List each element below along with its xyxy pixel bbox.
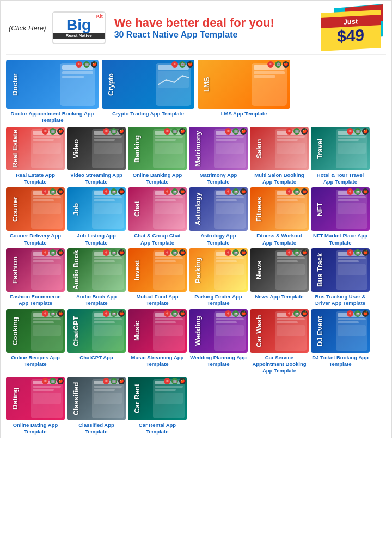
template-thumb-dating: ⚛ 🤖 🍎 Dating — [6, 377, 65, 420]
mock-screen-classified — [92, 379, 124, 418]
template-item-job[interactable]: ⚛ 🤖 🍎 Job Job Listing App Template — [67, 187, 126, 246]
ios-icon-carrental: 🍎 — [179, 378, 186, 384]
android-icon2: 🤖 — [83, 61, 90, 68]
template-item-banking[interactable]: ⚛ 🤖 🍎 Banking Online Banking App Templat… — [128, 127, 187, 186]
corner-icons-lms: ⚛ 🤖 🍎 — [267, 61, 289, 68]
template-item-chatgpt[interactable]: ⚛ 🤖 🍎 ChatGPT ChatGPT App — [67, 309, 126, 375]
template-item-doctor[interactable]: ⚛ 🤖 🍎 Doctor Doctor Appointment Booking … — [6, 60, 99, 124]
template-thumb-courier: ⚛ 🤖 🍎 Courier — [6, 187, 65, 231]
react-icon-dating: ⚛ — [42, 378, 48, 384]
template-name-parking: Parking Finder App Template — [189, 294, 248, 307]
label-bar-fashion: Fashion — [6, 248, 23, 292]
template-thumb-astrology: ⚛ 🤖 🍎 Astrology — [189, 187, 248, 231]
template-name-invest: Mutual Fund App Template — [128, 294, 187, 307]
mock-screen-crypto — [156, 63, 191, 106]
ios-icon: 🍎 — [91, 61, 97, 68]
react-icon-carrental: ⚛ — [164, 378, 170, 384]
ios-icon-l: 🍎 — [283, 61, 289, 68]
ios-icon-realestate: 🍎 — [57, 128, 64, 135]
react-icon-realestate: ⚛ — [42, 128, 48, 135]
mock-screen-music — [153, 311, 185, 351]
android-icon-c: ⚛ — [171, 61, 178, 68]
label-bar-chat: Chat — [128, 187, 145, 231]
template-item-crypto[interactable]: ⚛ 🤖 🍎 Crypto Crypto Trading App Template — [102, 60, 194, 124]
android-icon-nft: 🤖 — [354, 188, 361, 195]
template-thumb-fitness: ⚛ 🤖 🍎 Fitness — [250, 187, 309, 231]
template-name-doctor: Doctor Appointment Booking App Template — [6, 111, 99, 124]
template-item-cooking[interactable]: ⚛ 🤖 🍎 Cooking Online Recipes App Templat… — [6, 309, 65, 375]
template-item-fitness[interactable]: ⚛ 🤖 🍎 Fitness Fitness & Workout App Temp… — [250, 187, 309, 246]
mock-screen-carrental — [153, 379, 185, 418]
android-icon-classified: 🤖 — [111, 378, 117, 384]
label-bar-nft: NFT — [311, 187, 328, 231]
corner-icons-fashion: ⚛ 🤖 🍎 — [42, 249, 64, 256]
template-name-travel: Hotel & Tour Travel App Template — [311, 172, 370, 186]
label-bar-classified: Classified — [67, 377, 84, 420]
mock-screen-parking — [214, 250, 246, 290]
price-badge-wrapper: Just $49 — [313, 6, 383, 50]
mock-screen-matrimony — [214, 129, 246, 168]
android-icon-fashion: 🤖 — [50, 249, 56, 256]
template-item-chat[interactable]: ⚛ 🤖 🍎 Chat Chat & Group Chat App Templat… — [128, 187, 187, 246]
ios-icon-audiobook: 🍎 — [118, 249, 125, 256]
android-icon-fitness: 🤖 — [293, 188, 300, 195]
android-icon-astrology: 🤖 — [232, 188, 239, 195]
template-item-classified[interactable]: ⚛ 🤖 🍎 Classified Classified App Template — [67, 377, 126, 436]
react-icon-video: ⚛ — [103, 128, 109, 135]
label-bar-video: Video — [67, 127, 84, 170]
label-bar-dating: Dating — [6, 377, 23, 420]
template-item-travel[interactable]: ⚛ 🤖 🍎 Travel Hotel & Tour Travel App Tem… — [311, 127, 370, 186]
template-item-carwash[interactable]: ⚛ 🤖 🍎 Car Wash Car Service Appointment B… — [250, 309, 309, 375]
template-name-wedding: Wedding Planning App Template — [189, 355, 248, 368]
template-item-realestate[interactable]: ⚛ 🤖 🍎 Real Estate Real Estate App Templa… — [6, 127, 65, 186]
mock-screen-cooking — [31, 311, 63, 351]
ios-icon-fashion: 🍎 — [57, 249, 64, 256]
template-item-wedding[interactable]: ⚛ 🤖 🍎 Wedding Wedding Planning App Templ… — [189, 309, 248, 375]
template-item-audiobook[interactable]: ⚛ 🤖 🍎 Audio Book Audio Book App Template — [67, 248, 126, 307]
android-icon-matrimony: 🤖 — [232, 128, 239, 135]
corner-icons-carrental: ⚛ 🤖 🍎 — [164, 378, 186, 384]
corner-icons-astrology: ⚛ 🤖 🍎 — [225, 188, 247, 195]
template-item-salon[interactable]: ⚛ 🤖 🍎 Salon Multi Salon Booking App Temp… — [250, 127, 309, 186]
android-icon-invest: 🤖 — [171, 249, 178, 256]
template-item-lms[interactable]: ⚛ 🤖 🍎 LMS LMS App Template — [198, 60, 290, 124]
template-item-fashion[interactable]: ⚛ 🤖 🍎 Fashion Fashion Ecommerce App Temp… — [6, 248, 65, 307]
template-item-nft[interactable]: ⚛ 🤖 🍎 NFT NFT Market Place App Template — [311, 187, 370, 246]
kit-label: Kit — [96, 14, 103, 19]
mock-screen-doctor — [60, 63, 95, 106]
template-item-carrental[interactable]: ⚛ 🤖 🍎 Car Rent Car Rental App Template — [128, 377, 187, 436]
ios-icon-parking: 🍎 — [240, 249, 247, 256]
label-bar-audiobook: Audio Book — [67, 248, 84, 292]
react-icon-job: ⚛ — [103, 188, 109, 195]
corner-icons-matrimony: ⚛ 🤖 🍎 — [225, 128, 247, 135]
template-item-invest[interactable]: ⚛ 🤖 🍎 Invest Mutual Fund App Template — [128, 248, 187, 307]
react-native-label: React Native — [53, 33, 105, 39]
template-item-dating[interactable]: ⚛ 🤖 🍎 Dating Online Dating App Template — [6, 377, 65, 436]
template-item-music[interactable]: ⚛ 🤖 🍎 Music Music Streaming App Template — [128, 309, 187, 375]
template-thumb-fashion: ⚛ 🤖 🍎 Fashion — [6, 248, 65, 292]
template-name-matrimony: Matrimony App Template — [189, 172, 248, 186]
template-item-parking[interactable]: ⚛ 🤖 🍎 Parking Parking Finder App Templat… — [189, 248, 248, 307]
corner-icons-wedding: ⚛ 🤖 🍎 — [225, 310, 247, 317]
ios-icon-job: 🍎 — [118, 188, 125, 195]
template-item-news[interactable]: ⚛ 🤖 🍎 News News App Template — [250, 248, 309, 307]
corner-icons-news: ⚛ 🤖 🍎 — [286, 249, 308, 256]
ios-icon-c: 🍎 — [187, 61, 193, 68]
template-item-video[interactable]: ⚛ 🤖 🍎 Video Video Streaming App Template — [67, 127, 126, 186]
template-item-djevent[interactable]: ⚛ 🤖 🍎 DJ Event DJ Ticket Booking App Tem… — [311, 309, 370, 375]
template-item-matrimony[interactable]: ⚛ 🤖 🍎 Matrimony Matrimony App Template — [189, 127, 248, 186]
template-item-astrology[interactable]: ⚛ 🤖 🍎 Astrology Astrology App Template — [189, 187, 248, 246]
page-wrapper: (Click Here) Kit Big React Native We hav… — [0, 0, 392, 438]
android-icon-l: ⚛ — [267, 61, 274, 68]
android-icon2-c: 🤖 — [179, 61, 186, 68]
template-name-chatgpt: ChatGPT App — [78, 355, 114, 361]
ios-icon-classified: 🍎 — [118, 378, 125, 384]
android-icon-carwash: 🤖 — [293, 310, 300, 317]
ios-icon-video: 🍎 — [118, 128, 125, 135]
label-bar-chatgpt: ChatGPT — [67, 309, 84, 353]
corner-icons-audiobook: ⚛ 🤖 🍎 — [103, 249, 125, 256]
react-icon-parking: ⚛ — [225, 249, 231, 256]
template-item-courier[interactable]: ⚛ 🤖 🍎 Courier Courier Delivery App Templ… — [6, 187, 65, 246]
template-item-bustrack[interactable]: ⚛ 🤖 🍎 Bus Track Bus Tracking User & Driv… — [311, 248, 370, 307]
android-icon-chatgpt: 🤖 — [111, 310, 117, 317]
